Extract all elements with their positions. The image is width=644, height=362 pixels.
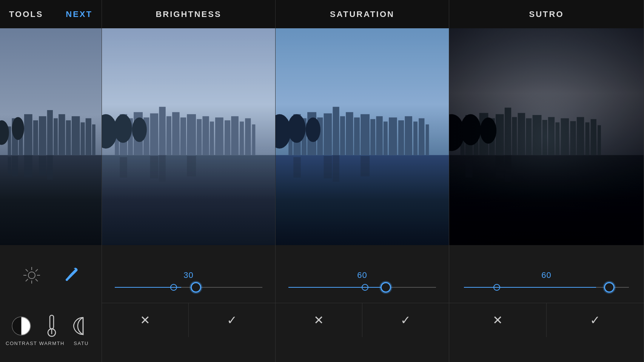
svg-point-17 [12,117,24,140]
saturation-cancel-button[interactable]: ✕ [276,303,362,337]
next-button[interactable]: NEXT [66,9,92,19]
panel-tools: TOOLS NEXT [0,0,102,362]
svg-rect-48 [180,118,186,155]
svg-rect-12 [72,116,80,155]
saturation-tool-item[interactable]: SATU [66,314,96,346]
svg-rect-51 [202,116,209,155]
svg-rect-5 [24,114,32,155]
brightness-slider[interactable] [115,287,262,288]
warmth-icon [42,314,62,338]
saturation-cancel-icon: ✕ [314,313,324,327]
brightness-tool-icon[interactable] [22,265,42,285]
svg-point-32 [66,279,68,281]
svg-rect-15 [92,124,96,155]
svg-rect-6 [33,120,38,155]
svg-rect-49 [187,114,196,155]
warmth-tool-item[interactable]: WARMTH [37,314,67,346]
svg-rect-123 [505,155,511,182]
svg-rect-22 [47,155,53,179]
saturation-title: SATURATION [330,9,394,19]
svg-line-28 [26,269,28,272]
svg-rect-19 [12,156,18,176]
svg-rect-57 [245,118,251,155]
sutro-title: SUTRO [529,9,564,19]
brightness-value: 30 [183,270,193,280]
svg-rect-80 [376,116,382,155]
brightness-photo [102,28,275,245]
brightness-confirm-button[interactable]: ✓ [189,303,275,337]
svg-rect-47 [172,112,180,155]
svg-line-29 [35,279,38,281]
svg-point-61 [132,118,147,142]
svg-rect-10 [59,114,65,155]
svg-point-60 [114,114,132,143]
svg-rect-45 [159,107,165,155]
svg-rect-84 [405,116,412,155]
svg-rect-9 [54,118,58,155]
svg-rect-92 [324,156,332,178]
svg-rect-52 [210,121,214,155]
saturation-controls: 60 ✕ ✓ [276,245,449,362]
saturation-slider[interactable] [288,287,436,288]
sutro-thumb-empty [493,284,500,291]
brightness-header: BRIGHTNESS [102,0,275,28]
svg-rect-87 [426,124,429,155]
svg-line-31 [26,279,28,281]
saturation-label: SATU [74,341,89,346]
brightness-cancel-icon: ✕ [140,313,150,327]
svg-rect-122 [496,156,504,178]
svg-rect-20 [24,155,32,178]
brightness-track [115,287,262,288]
svg-rect-53 [215,118,223,155]
saturation-thumb-filled[interactable] [381,282,391,293]
photo-background [0,28,102,245]
svg-rect-82 [389,118,397,155]
contrast-tool-item[interactable]: CONTRAST [6,314,37,346]
sutro-thumb-filled[interactable] [604,282,615,293]
svg-rect-65 [187,156,196,176]
sutro-confirm-icon: ✓ [590,313,600,327]
brightness-thumb-filled[interactable] [191,282,201,293]
brightness-confirm-icon: ✓ [227,313,237,327]
saturation-confirm-button[interactable]: ✓ [362,303,449,337]
svg-line-30 [35,269,38,272]
svg-rect-54 [225,120,230,155]
sutro-photo [449,28,644,245]
tools-bottom-icons: CONTRAST WARMTH [4,314,98,346]
saturation-actions: ✕ ✓ [276,303,449,337]
svg-rect-78 [361,114,370,155]
brightness-thumb-empty [170,284,177,291]
svg-rect-63 [150,156,159,178]
svg-rect-62 [120,157,127,178]
saturation-confirm-icon: ✓ [401,313,411,327]
svg-rect-13 [81,123,85,155]
svg-rect-94 [361,156,370,176]
wrench-tool-icon[interactable] [62,265,80,285]
panel-saturation: SATURATION [276,0,449,362]
sutro-cancel-button[interactable]: ✕ [449,303,547,337]
saturation-photo [276,28,449,245]
panel-sutro: SUTRO [449,0,644,362]
svg-rect-85 [413,121,418,155]
svg-rect-64 [159,155,165,182]
sutro-slider[interactable] [464,287,629,288]
svg-rect-77 [354,118,360,155]
saturation-value: 60 [357,270,367,280]
svg-rect-14 [86,118,91,155]
svg-rect-93 [333,155,339,182]
svg-rect-121 [465,157,473,178]
svg-point-89 [288,114,306,143]
saturation-track-filled [288,287,385,288]
brightness-cancel-button[interactable]: ✕ [102,303,189,337]
svg-rect-76 [346,112,353,155]
sutro-value: 60 [541,270,551,280]
brightness-controls: 30 ✕ ✓ [102,245,275,362]
svg-rect-86 [419,118,424,155]
svg-rect-73 [324,114,332,155]
svg-rect-81 [384,121,388,155]
sutro-track [464,287,629,288]
sutro-confirm-button[interactable]: ✓ [547,303,644,337]
tools-controls-area: CONTRAST WARMTH [0,245,102,362]
svg-rect-11 [66,120,71,155]
brightness-photo-bg [102,28,275,245]
